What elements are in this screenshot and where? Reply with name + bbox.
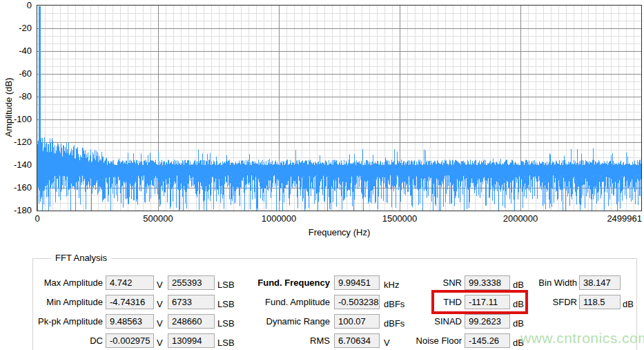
y-tick-label: -80 bbox=[0, 91, 32, 101]
y-tick-label: -40 bbox=[0, 46, 32, 56]
fund-amplitude-field[interactable]: -0.503238 bbox=[334, 295, 380, 309]
y-tick-label: -140 bbox=[0, 159, 32, 170]
thd-field[interactable]: -117.11 bbox=[465, 295, 510, 309]
volts-unit-label: V bbox=[157, 316, 165, 331]
db-unit-label: dB bbox=[513, 316, 540, 331]
fund-amplitude-label: Fund. Amplitude bbox=[240, 295, 330, 309]
x-axis-title: Frequency (Hz) bbox=[37, 227, 641, 237]
app-window: Amplitude (dB) Frequency (Hz) 0-20-40-60… bbox=[0, 0, 644, 350]
fft-spectrum-chart: Amplitude (dB) Frequency (Hz) 0-20-40-60… bbox=[0, 0, 644, 242]
max-amplitude-volts-field[interactable]: 4.742 bbox=[106, 275, 154, 290]
dc-volts-field[interactable]: -0.002975 bbox=[106, 333, 154, 348]
volts-unit-label: V bbox=[157, 278, 165, 292]
pkpk-amplitude-volts-field[interactable]: 9.48563 bbox=[106, 314, 154, 329]
y-tick-label: 0 bbox=[0, 0, 32, 10]
y-axis-title: Amplitude (dB) bbox=[3, 74, 14, 142]
watermark: www.cntronics.com bbox=[520, 330, 644, 347]
min-amplitude-label: Min Amplitude bbox=[33, 295, 103, 309]
dc-lsb-field[interactable]: 130994 bbox=[168, 333, 215, 348]
x-tick-label: 2000000 bbox=[503, 213, 538, 224]
noise-floor-label: Noise Floor bbox=[378, 333, 462, 348]
max-amplitude-label: Max Amplitude bbox=[33, 275, 103, 290]
dynamic-range-label: Dynamic Range bbox=[240, 314, 330, 329]
max-amplitude-lsb-field[interactable]: 255393 bbox=[168, 275, 215, 290]
plot-area bbox=[37, 5, 642, 211]
sinad-label: SINAD bbox=[378, 314, 462, 329]
bin-width-sfdr-group: Bin Width 38.147 SFDR 118.5 dB bbox=[509, 275, 643, 309]
y-tick-label: -120 bbox=[0, 137, 32, 147]
fund-frequency-label: Fund. Frequency bbox=[240, 275, 330, 290]
pkpk-amplitude-lsb-field[interactable]: 248660 bbox=[168, 314, 215, 329]
min-amplitude-volts-field[interactable]: -4.74316 bbox=[106, 295, 154, 309]
bin-width-field[interactable]: 38.147 bbox=[579, 275, 621, 290]
thd-label: THD bbox=[378, 295, 462, 309]
x-tick-label: 2499961 bbox=[607, 213, 642, 224]
y-tick-label: -20 bbox=[0, 23, 32, 33]
spectrum-plot-canvas[interactable] bbox=[37, 6, 641, 211]
min-amplitude-lsb-field[interactable]: 6733 bbox=[168, 295, 215, 309]
dynamic-range-field[interactable]: 100.07 bbox=[334, 314, 380, 329]
amplitude-fields-group: Max Amplitude 4.742 V 255393 LSB Min Amp… bbox=[33, 275, 249, 348]
y-tick-label: -100 bbox=[0, 114, 32, 124]
sfdr-field[interactable]: 118.5 bbox=[579, 295, 621, 309]
fund-frequency-field[interactable]: 9.99451 bbox=[334, 275, 380, 290]
rms-field[interactable]: 6.70634 bbox=[334, 333, 380, 348]
panel-title: FFT Analysis bbox=[51, 253, 111, 263]
snr-field[interactable]: 99.3338 bbox=[465, 275, 510, 290]
sfdr-label: SFDR bbox=[509, 295, 577, 309]
sinad-field[interactable]: 99.2623 bbox=[465, 314, 510, 329]
noise-floor-field[interactable]: -145.26 bbox=[465, 333, 510, 348]
y-tick-label: -160 bbox=[0, 182, 32, 193]
volts-unit-label: V bbox=[157, 297, 165, 311]
db-unit-label: dB bbox=[623, 297, 643, 311]
bin-width-unit-label bbox=[623, 278, 643, 292]
x-tick-label: 500000 bbox=[143, 213, 173, 224]
x-tick-label: 1000000 bbox=[262, 213, 297, 224]
pkpk-amplitude-label: Pk-pk Amplitude bbox=[33, 314, 103, 329]
x-tick-label: 0 bbox=[35, 213, 39, 224]
volts-unit-label: V bbox=[157, 336, 165, 350]
dc-label: DC bbox=[33, 333, 103, 348]
y-tick-label: -60 bbox=[0, 68, 32, 79]
bin-width-label: Bin Width bbox=[509, 275, 577, 290]
x-tick-label: 1500000 bbox=[382, 213, 418, 224]
y-tick-label: -180 bbox=[0, 205, 32, 215]
snr-label: SNR bbox=[378, 275, 462, 290]
rms-label: RMS bbox=[240, 333, 330, 348]
